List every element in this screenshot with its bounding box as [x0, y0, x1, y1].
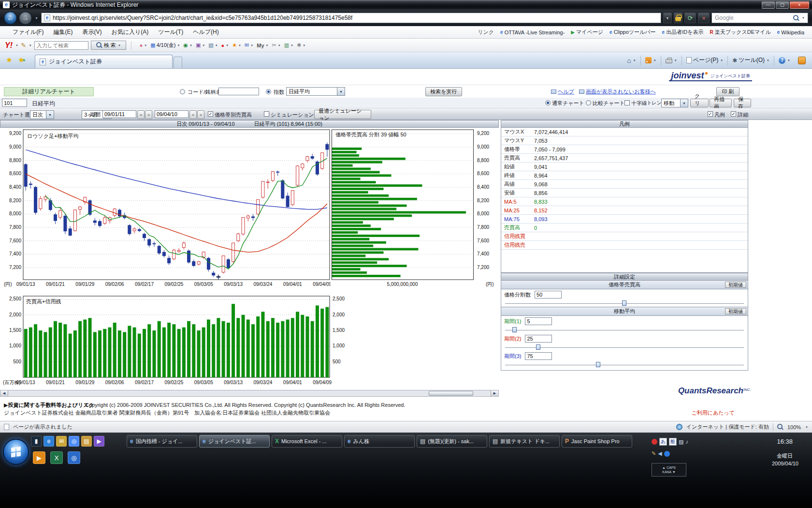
stop-button[interactable]: × — [698, 13, 710, 23]
trend-color-select[interactable]: 移動 — [661, 99, 688, 107]
shopping-icon[interactable]: ▣▼ — [196, 42, 205, 48]
eject-tray-icon[interactable]: ◀ — [658, 450, 662, 457]
index-radio[interactable] — [266, 89, 271, 94]
menu-item[interactable]: 表示(V) — [77, 27, 106, 37]
page-menu-button[interactable]: ページ(P)▼ — [683, 55, 727, 66]
media-icon[interactable]: ▶ — [94, 436, 104, 447]
taskbar-button[interactable]: PJasc Paint Shop Pro — [562, 435, 632, 448]
security-lock[interactable] — [674, 13, 682, 23]
scroll-thumb[interactable] — [429, 391, 474, 396]
help-button[interactable]: ?▼ — [775, 55, 794, 66]
simulation-checkbox[interactable] — [264, 111, 269, 117]
pencil-dropdown-icon[interactable]: ▼ — [29, 44, 32, 47]
console-icon[interactable]: ▮ — [31, 436, 42, 447]
code-radio[interactable] — [180, 89, 185, 94]
slider-thumb[interactable] — [596, 362, 600, 367]
slider-thumb[interactable] — [512, 327, 517, 332]
volume-by-price-checkbox[interactable] — [208, 111, 213, 117]
media-player-icon[interactable]: ▶ — [33, 451, 45, 464]
messenger-icon[interactable]: ◎ — [68, 451, 80, 464]
address-dropdown-button[interactable]: ▼ — [663, 13, 672, 23]
taskbar-button[interactable]: e国内指標 - ジョイ... — [127, 435, 197, 448]
detail-checkbox[interactable] — [731, 111, 736, 117]
taskbar-button[interactable]: eジョインベスト証... — [199, 435, 270, 448]
yahoo-logo-dropdown-icon[interactable]: ▼ — [15, 44, 18, 47]
menu-item[interactable]: ヘルプ(H) — [188, 27, 224, 37]
print-page-button[interactable]: 印 刷 — [716, 87, 740, 96]
mail-icon[interactable]: ✉ — [56, 436, 67, 447]
add-favorite-button[interactable]: ★+ — [15, 54, 28, 66]
feeds-button[interactable]: ▼ — [642, 55, 660, 66]
yahoo-search-dropdown-icon[interactable]: ▼ — [118, 44, 121, 47]
favorites-link[interactable]: ▶マイページ — [571, 29, 603, 36]
tab-joinvest[interactable]: e ジョインベスト証券 — [35, 55, 173, 68]
slider-thumb[interactable] — [622, 300, 626, 306]
favorites-link[interactable]: R楽天ブックスDEマイル — [710, 29, 770, 36]
date-to-next-button[interactable]: > — [197, 110, 204, 119]
bookmark-icon[interactable]: ★▼ — [232, 42, 241, 48]
calendar-icon[interactable]: ▦4/10(金)▼ — [150, 42, 180, 49]
clip-icon[interactable]: ✂▼ — [272, 42, 280, 48]
antivirus-tray-icon[interactable] — [652, 439, 657, 445]
tools-menu-button[interactable]: ✱ツール(O)▼ — [729, 55, 773, 66]
favorites-link[interactable]: eClippoツールバー — [609, 29, 656, 36]
volume-chart[interactable]: 5005001,0001,0001,5001,5002,0002,0002,50… — [0, 293, 348, 390]
split-count-input[interactable]: 50 — [535, 291, 562, 299]
date-from-prev-button[interactable]: < — [137, 110, 145, 119]
split-count-slider[interactable] — [505, 300, 744, 307]
search-input[interactable]: Google ▼ — [711, 13, 808, 23]
zoom-level[interactable]: 100% — [787, 424, 801, 430]
help-link[interactable]: ヘルプ — [551, 88, 574, 95]
execute-search-button[interactable]: 検索を実行 — [425, 87, 462, 96]
photo-icon[interactable]: ▥▼ — [284, 42, 293, 48]
pencil-icon[interactable]: ✎ — [21, 42, 26, 49]
period-input[interactable]: 75 — [525, 352, 552, 360]
search-dropdown-icon[interactable]: ▼ — [802, 16, 805, 19]
terms-link[interactable]: ご利用にあたって — [691, 409, 735, 417]
menu-item[interactable]: お気に入り(A) — [106, 27, 153, 37]
minimize-button[interactable]: — — [762, 1, 775, 9]
index-select[interactable]: 日経平均 — [286, 87, 345, 96]
home-button[interactable]: ⌂▼ — [624, 55, 639, 66]
ma-reset-button[interactable]: 初期値 — [725, 308, 746, 314]
menu-item[interactable]: 編集(E) — [48, 27, 77, 37]
taskbar-button[interactable]: XMicrosoft Excel - ... — [272, 435, 342, 448]
forward-button[interactable]: → — [19, 12, 32, 25]
period-input[interactable]: 5 — [525, 317, 552, 325]
normal-chart-radio[interactable] — [545, 100, 551, 105]
favorites-link[interactable]: e出品者IDを表示 — [662, 29, 704, 36]
slider-thumb[interactable] — [536, 344, 540, 350]
volume-tray-icon[interactable]: ♪ — [685, 439, 688, 445]
mail-icon[interactable]: ✉▼ — [245, 42, 253, 48]
scroll-left-icon[interactable]: ◀ — [0, 390, 8, 396]
crosshair-checkbox[interactable] — [624, 100, 630, 105]
code-input[interactable] — [218, 88, 259, 95]
start-button[interactable] — [3, 439, 29, 465]
period-slider[interactable] — [505, 327, 744, 333]
date-from-next-button[interactable]: > — [145, 110, 152, 119]
favorites-link[interactable]: eOTTAVA -Live Streaming- — [500, 30, 565, 35]
save-button[interactable]: 保存 — [734, 99, 751, 107]
auctions-icon[interactable]: ◉▼ — [183, 42, 192, 48]
maximize-button[interactable]: ▢ — [776, 1, 789, 9]
screenshot-icon[interactable]: ▧▼ — [208, 42, 218, 48]
yahoo-services-icon[interactable]: +▼ — [140, 43, 147, 48]
zoom-dropdown-icon[interactable]: ▼ — [805, 426, 808, 429]
folder-icon[interactable]: ▤ — [81, 436, 92, 447]
date-to-input[interactable] — [155, 110, 188, 118]
period-input[interactable]: 25 — [525, 335, 552, 343]
pen-tray-icon[interactable]: ✎ — [652, 450, 656, 457]
chart-horizontal-scrollbar[interactable]: ◀ ▶ — [0, 390, 499, 397]
legend-checkbox[interactable] — [708, 111, 713, 117]
scroll-right-icon[interactable]: ▶ — [491, 390, 498, 396]
date-to-prev-button[interactable]: < — [189, 110, 197, 119]
ime-conversion-mode[interactable]: 般 — [669, 438, 677, 446]
browser-icon[interactable]: ◎ — [69, 436, 79, 447]
print-button[interactable]: ▼ — [662, 55, 681, 66]
frequency-select[interactable]: 日次 — [30, 110, 54, 119]
ie-icon[interactable]: e — [44, 436, 54, 447]
optimal-simulation-button[interactable]: 最適シミュレーション — [314, 110, 371, 119]
history-dropdown-icon[interactable]: ▼ — [34, 16, 39, 20]
candlestick-chart[interactable]: 7,2007,4007,6007,8008,0008,2008,4008,600… — [0, 128, 331, 293]
ime-input-mode[interactable]: あ — [659, 438, 667, 446]
